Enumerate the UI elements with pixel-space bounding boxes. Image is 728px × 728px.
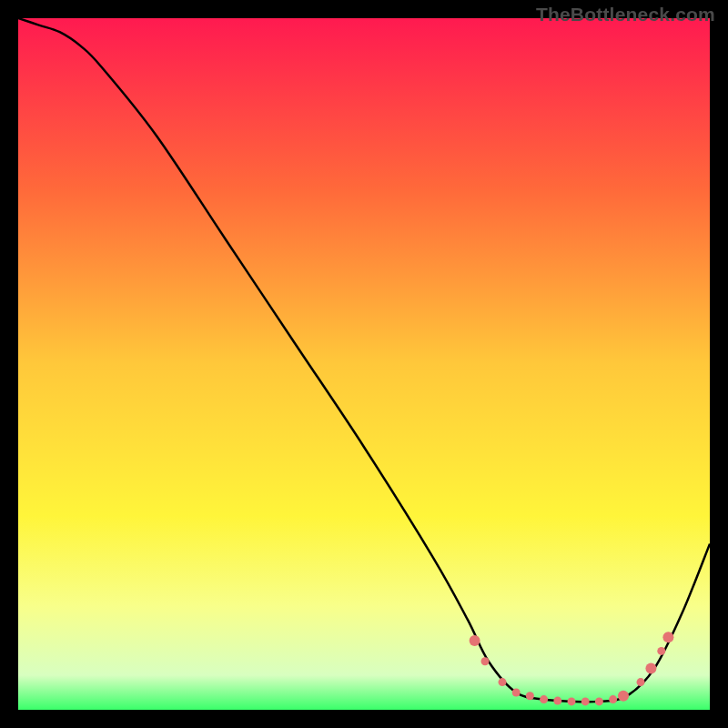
highlight-point (499, 678, 507, 686)
highlight-point (470, 635, 480, 646)
highlight-point (481, 657, 490, 665)
highlight-point (581, 697, 590, 705)
highlight-point (618, 691, 629, 702)
highlight-point (526, 692, 534, 700)
gradient-background (18, 18, 710, 710)
highlight-point (662, 632, 673, 642)
highlight-point (512, 689, 521, 697)
highlight-point (540, 695, 548, 703)
chart-container: TheBottleneck.com (0, 0, 728, 728)
chart-svg (18, 18, 710, 710)
highlight-point (595, 697, 603, 705)
highlight-point (568, 697, 576, 705)
watermark-text: TheBottleneck.com (536, 4, 715, 25)
highlight-point (553, 697, 561, 705)
highlight-point (645, 662, 656, 673)
plot-area (18, 18, 710, 710)
highlight-point (657, 647, 665, 655)
highlight-point (637, 678, 645, 686)
highlight-point (609, 695, 617, 703)
